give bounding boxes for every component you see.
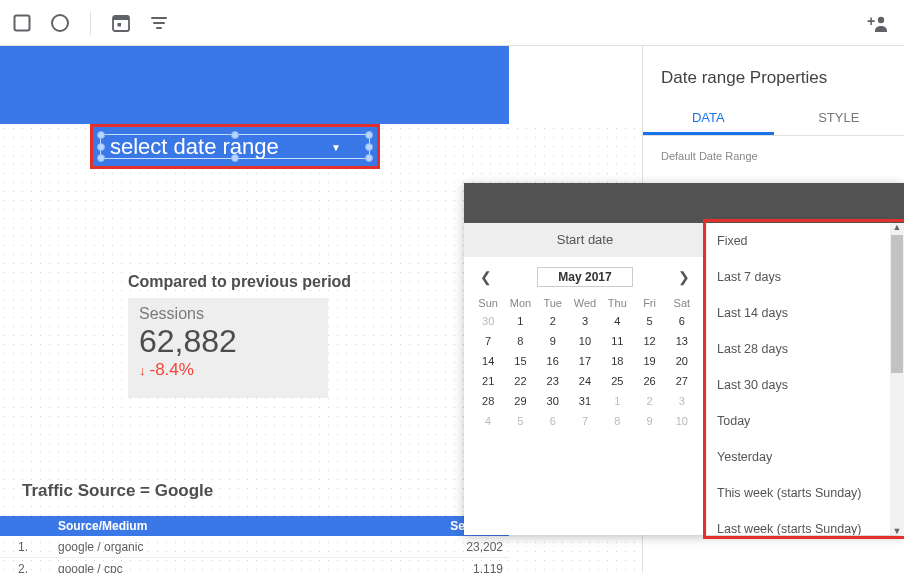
tab-data[interactable]: DATA [643,100,774,135]
scroll-thumb[interactable] [891,235,903,373]
row-source: google / cpc [40,562,413,574]
scroll-down-icon[interactable]: ▼ [892,526,902,536]
calendar-icon[interactable] [109,11,133,35]
range-option[interactable]: Last 28 days [707,331,904,367]
resize-handle[interactable] [97,143,105,151]
range-option[interactable]: Last 14 days [707,295,904,331]
popover-header [464,183,904,223]
range-option[interactable]: Today [707,403,904,439]
calendar-day[interactable]: 28 [472,391,504,411]
table-header: Source/Medium Sessions [0,516,509,536]
calendar-day[interactable]: 3 [569,311,601,331]
rectangle-tool-icon[interactable] [10,11,34,35]
calendar-day[interactable]: 5 [504,411,536,431]
calendar-day[interactable]: 6 [666,311,698,331]
calendar-day[interactable]: 7 [569,411,601,431]
scroll-up-icon[interactable]: ▲ [892,222,902,232]
svg-rect-4 [118,23,122,27]
calendar-day[interactable]: 10 [569,331,601,351]
add-person-icon[interactable]: + [866,11,890,35]
next-month-icon[interactable]: ❯ [674,269,694,285]
calendar-day[interactable]: 20 [666,351,698,371]
data-table: Source/Medium Sessions 1.google / organi… [0,516,509,573]
calendar-day[interactable]: 5 [633,311,665,331]
calendar-day[interactable]: 30 [537,391,569,411]
row-sessions: 1,119 [413,562,503,574]
calendar-day[interactable]: 3 [666,391,698,411]
calendar-day[interactable]: 4 [472,411,504,431]
range-option[interactable]: Yesterday [707,439,904,475]
resize-handle[interactable] [365,154,373,162]
calendar-day[interactable]: 26 [633,371,665,391]
kpi-card: Sessions 62,882 ↓ -8.4% [128,298,328,398]
svg-rect-0 [15,15,30,30]
calendar-day[interactable]: 7 [472,331,504,351]
calendar-day[interactable]: 12 [633,331,665,351]
calendar-day[interactable]: 2 [633,391,665,411]
calendar-month[interactable]: May 2017 [537,267,632,287]
circle-tool-icon[interactable] [48,11,72,35]
calendar-day[interactable]: 19 [633,351,665,371]
filter-label: Traffic Source = Google [22,481,213,501]
calendar-day[interactable]: 21 [472,371,504,391]
resize-handle[interactable] [97,131,105,139]
calendar-day[interactable]: 31 [569,391,601,411]
calendar-day[interactable]: 30 [472,311,504,331]
calendar-day[interactable]: 24 [569,371,601,391]
filter-icon[interactable] [147,11,171,35]
resize-handle[interactable] [231,131,239,139]
range-option[interactable]: Fixed [707,223,904,259]
resize-handle[interactable] [231,154,239,162]
calendar-day[interactable]: 9 [537,331,569,351]
start-date-tab[interactable]: Start date [464,223,706,257]
calendar-day[interactable]: 9 [633,411,665,431]
resize-handle[interactable] [365,131,373,139]
panel-title: Date range Properties [643,46,904,100]
resize-handle[interactable] [97,154,105,162]
calendar-day[interactable]: 1 [601,391,633,411]
calendar-day[interactable]: 11 [601,331,633,351]
tab-style[interactable]: STYLE [774,100,905,135]
dow-label: Fri [633,297,665,309]
resize-handle[interactable] [365,143,373,151]
calendar-day[interactable]: 4 [601,311,633,331]
calendar-day[interactable]: 14 [472,351,504,371]
date-range-selector[interactable]: select date range ▼ [90,124,380,169]
dow-label: Mon [504,297,536,309]
calendar-day[interactable]: 1 [504,311,536,331]
section-default-date-range: Default Date Range [643,136,904,176]
compare-title: Compared to previous period [128,273,351,291]
calendar-day[interactable]: 17 [569,351,601,371]
calendar-day[interactable]: 13 [666,331,698,351]
dow-label: Tue [537,297,569,309]
table-row: 1.google / organic23,202 [0,536,509,558]
svg-point-9 [878,16,884,22]
calendar-day[interactable]: 29 [504,391,536,411]
calendar-day[interactable]: 18 [601,351,633,371]
kpi-value: 62,882 [139,323,317,360]
toolbar: + [0,0,904,46]
scrollbar[interactable]: ▲ ▼ [890,223,904,535]
calendar-day[interactable]: 16 [537,351,569,371]
svg-text:+: + [867,13,875,29]
row-index: 1. [0,540,40,554]
calendar-day[interactable]: 2 [537,311,569,331]
date-range-label: select date range [110,134,279,160]
range-option[interactable]: Last week (starts Sunday) [707,511,904,535]
prev-month-icon[interactable]: ❮ [476,269,496,285]
range-option[interactable]: This week (starts Sunday) [707,475,904,511]
calendar-day[interactable]: 6 [537,411,569,431]
calendar-day[interactable]: 8 [601,411,633,431]
table-row: 2.google / cpc1,119 [0,558,509,573]
calendar-day[interactable]: 22 [504,371,536,391]
col-source: Source/Medium [54,519,413,533]
calendar-day[interactable]: 10 [666,411,698,431]
kpi-delta: ↓ -8.4% [139,360,317,380]
calendar-day[interactable]: 15 [504,351,536,371]
calendar-day[interactable]: 27 [666,371,698,391]
calendar-day[interactable]: 23 [537,371,569,391]
range-option[interactable]: Last 30 days [707,367,904,403]
range-option[interactable]: Last 7 days [707,259,904,295]
calendar-day[interactable]: 8 [504,331,536,351]
calendar-day[interactable]: 25 [601,371,633,391]
